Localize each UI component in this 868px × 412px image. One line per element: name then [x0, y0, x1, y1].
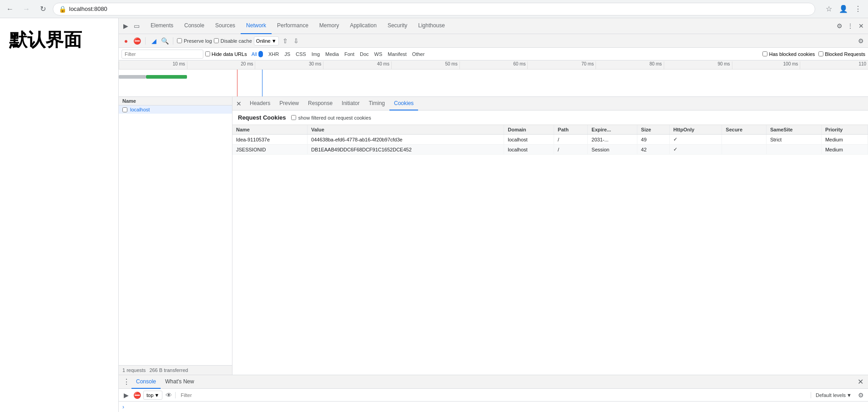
type-css-button[interactable]: CSS — [293, 50, 309, 59]
type-manifest-button[interactable]: Manifest — [385, 50, 409, 59]
tab-headers[interactable]: Headers — [245, 97, 275, 111]
col-domain[interactable]: Domain — [504, 125, 554, 135]
tab-elements[interactable]: Elements — [145, 18, 179, 34]
disable-cache-label[interactable]: Disable cache — [214, 38, 252, 44]
tab-lighthouse[interactable]: Lighthouse — [413, 18, 450, 34]
tab-network[interactable]: Network — [241, 18, 272, 34]
disable-cache-checkbox[interactable] — [214, 38, 219, 43]
blocked-requests-checkbox[interactable] — [818, 51, 823, 56]
bookmark-button[interactable]: ☆ — [823, 3, 835, 15]
device-toggle-button[interactable]: ▭ — [131, 21, 141, 31]
cookie-cell-0-1: 044638ba-efd6-4778-ab16-4f20b97cfd3e — [308, 135, 504, 145]
has-blocked-label[interactable]: Has blocked cookies — [762, 51, 815, 57]
menu-button[interactable]: ⋮ — [852, 3, 864, 15]
mark-80ms: 80 ms — [595, 61, 664, 69]
console-settings-button[interactable]: ⚙ — [856, 391, 865, 400]
col-secure[interactable]: Secure — [722, 125, 767, 135]
tab-security[interactable]: Security — [382, 18, 413, 34]
context-select[interactable]: top ▼ — [143, 391, 162, 400]
tab-timing[interactable]: Timing — [364, 97, 389, 111]
request-item-localhost[interactable]: localhost — [119, 106, 232, 114]
type-js-button[interactable]: JS — [282, 50, 293, 59]
filter-end: Has blocked cookies Blocked Requests — [762, 51, 865, 57]
timeline-bars — [119, 74, 868, 80]
throttle-select[interactable]: Online ▼ — [254, 36, 279, 45]
tab-whats-new[interactable]: What's New — [161, 375, 199, 389]
col-name[interactable]: Name — [232, 125, 308, 135]
col-httponly[interactable]: HttpOnly — [669, 125, 722, 135]
col-path[interactable]: Path — [554, 125, 588, 135]
col-samesite[interactable]: SameSite — [766, 125, 821, 135]
cookie-row-1[interactable]: JSESSIONIDDB1EAAB49DDC6F68DCF91C1652DCE4… — [232, 145, 868, 155]
type-img-button[interactable]: Img — [309, 50, 323, 59]
has-blocked-checkbox[interactable] — [762, 51, 767, 56]
preserve-log-checkbox[interactable] — [177, 38, 182, 43]
blocked-requests-label[interactable]: Blocked Requests — [818, 51, 865, 57]
hide-data-urls-checkbox[interactable] — [205, 51, 210, 56]
tab-cookies[interactable]: Cookies — [389, 97, 418, 111]
preserve-log-text: Preserve log — [184, 38, 212, 44]
type-ws-button[interactable]: WS — [372, 50, 385, 59]
request-checkbox[interactable] — [122, 107, 127, 112]
type-other-button[interactable]: Other — [409, 50, 428, 59]
export-button[interactable]: ⇩ — [292, 36, 301, 45]
browser-chrome: ← → ↻ 🔒 localhost:8080 ☆ 👤 ⋮ — [0, 0, 868, 18]
tab-response[interactable]: Response — [303, 97, 337, 111]
record-button[interactable]: ● — [121, 36, 131, 45]
show-filtered-label[interactable]: show filtered out request cookies — [291, 115, 371, 121]
detail-close-button[interactable]: ✕ — [234, 99, 243, 108]
col-size[interactable]: Size — [637, 125, 670, 135]
devtools-more-button[interactable]: ⋮ — [845, 21, 855, 31]
import-button[interactable]: ⇧ — [281, 36, 290, 45]
filter-button[interactable]: ◢ — [149, 36, 158, 45]
network-toolbar: ● ⛔ ◢ 🔍 Preserve log Disable cache Onlin… — [119, 34, 868, 48]
network-settings-button[interactable]: ⚙ — [856, 36, 865, 45]
console-chevron[interactable]: › — [122, 404, 124, 410]
mark-60ms: 60 ms — [459, 61, 528, 69]
console-filter-input[interactable] — [177, 391, 809, 400]
search-button[interactable]: 🔍 — [160, 36, 169, 45]
online-text: Online — [256, 38, 271, 44]
col-expires[interactable]: Expire... — [588, 125, 637, 135]
devtools-settings-button[interactable]: ⚙ — [834, 21, 844, 31]
cookie-cell-1-1: DB1EAAB49DDC6F68DCF91C1652DCE452 — [308, 145, 504, 155]
clear-button[interactable]: ⛔ — [132, 36, 141, 45]
profile-button[interactable]: 👤 — [837, 3, 850, 15]
tab-sources[interactable]: Sources — [210, 18, 241, 34]
cookie-row-0[interactable]: Idea-9110537e044638ba-efd6-4778-ab16-4f2… — [232, 135, 868, 145]
inspect-element-button[interactable]: ▶ — [121, 21, 131, 31]
tab-console[interactable]: Console — [179, 18, 210, 34]
type-font-button[interactable]: Font — [342, 50, 357, 59]
default-levels-select[interactable]: Default levels ▼ — [813, 391, 854, 400]
type-media-button[interactable]: Media — [323, 50, 342, 59]
tab-performance[interactable]: Performance — [272, 18, 314, 34]
tab-memory[interactable]: Memory — [314, 18, 344, 34]
console-close-button[interactable]: ✕ — [855, 377, 865, 387]
tab-preview[interactable]: Preview — [275, 97, 303, 111]
console-menu-button[interactable]: ⋮ — [121, 377, 131, 387]
hide-data-urls-label[interactable]: Hide data URLs — [205, 51, 247, 57]
console-eye-button[interactable]: 👁 — [164, 391, 173, 400]
show-filtered-checkbox[interactable] — [291, 115, 296, 120]
type-xhr-button[interactable]: XHR — [266, 50, 282, 59]
network-filter-input[interactable] — [121, 50, 203, 59]
tab-initiator[interactable]: Initiator — [337, 97, 364, 111]
console-clear-button[interactable]: ⛔ — [132, 391, 141, 400]
tab-application[interactable]: Application — [344, 18, 382, 34]
col-value[interactable]: Value — [308, 125, 504, 135]
forward-button[interactable]: → — [20, 3, 33, 15]
devtools-tab-actions: ▶ ▭ — [121, 21, 141, 31]
back-button[interactable]: ← — [4, 3, 16, 15]
console-execute-button[interactable]: ▶ — [121, 391, 131, 400]
chevron-down-icon: ▼ — [272, 38, 277, 44]
address-bar[interactable]: 🔒 localhost:8080 — [53, 3, 815, 15]
type-all-button[interactable]: All — [249, 50, 266, 59]
requests-count: 1 requests — [122, 367, 146, 373]
tab-console-bottom[interactable]: Console — [131, 375, 161, 389]
reload-button[interactable]: ↻ — [36, 3, 49, 15]
type-doc-button[interactable]: Doc — [357, 50, 372, 59]
console-body: › — [119, 402, 868, 412]
col-priority[interactable]: Priority — [821, 125, 868, 135]
preserve-log-label[interactable]: Preserve log — [177, 38, 212, 44]
devtools-close-button[interactable]: ✕ — [856, 21, 866, 31]
